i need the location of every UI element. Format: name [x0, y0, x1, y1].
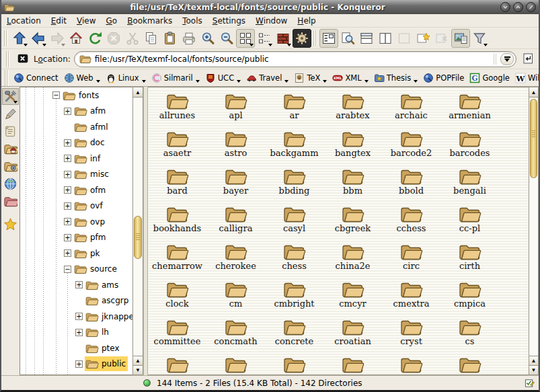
embedded-part-button[interactable] [293, 29, 311, 48]
menu-settings[interactable]: Settings [213, 16, 245, 26]
folder-china2e[interactable]: china2e [323, 242, 382, 280]
toolbar-drag-handle[interactable] [4, 30, 8, 46]
sidebar-root-folder-button[interactable] [2, 193, 19, 210]
tree-item-source[interactable]: −source [20, 262, 132, 278]
folder-cmextra[interactable]: cmextra [382, 280, 440, 317]
folder-ar[interactable]: ar [265, 91, 323, 129]
folder-concmath[interactable]: concmath [206, 317, 265, 355]
main-scroll-track[interactable] [529, 97, 538, 356]
folder-bayer[interactable]: bayer [206, 167, 265, 204]
split-view-left-right-button[interactable] [376, 29, 395, 48]
clear-location-button[interactable] [15, 52, 30, 67]
folder-bbding[interactable]: bbding [265, 167, 323, 204]
location-combobox[interactable] [74, 51, 516, 67]
menu-view[interactable]: View [77, 16, 95, 26]
tree-item-lh[interactable]: +lh [20, 325, 132, 341]
tree-expander-icon[interactable]: − [64, 266, 71, 273]
main-scroll-thumb[interactable] [530, 99, 537, 178]
bookmark-silmaril[interactable]: Silmaril [149, 72, 202, 84]
tree-scroll-down-button[interactable]: ▼ [133, 365, 143, 375]
folder-barcode2[interactable]: barcode2 [382, 129, 440, 167]
reload-button[interactable] [85, 29, 104, 48]
tree-expander-icon[interactable]: + [75, 360, 83, 368]
tree-expander-icon[interactable]: + [64, 234, 71, 241]
tree-item-pfm[interactable]: +pfm [20, 230, 132, 246]
folder-apl[interactable]: apl [206, 91, 265, 129]
folder-cmpica[interactable]: cmpica [440, 280, 499, 317]
tree-expander-icon[interactable]: + [75, 313, 83, 320]
sidebar-bookmarks-button[interactable] [2, 216, 19, 233]
main-scrollbar[interactable]: ▲ ▲ ▼ [529, 87, 539, 375]
tree-expander-icon[interactable]: + [64, 139, 71, 147]
tree-item-afml[interactable]: afml [20, 119, 132, 135]
tree-expander-icon[interactable]: + [64, 108, 71, 115]
panel-splitter[interactable] [143, 87, 148, 375]
menu-tools[interactable]: Tools [182, 16, 202, 26]
folder-chess[interactable]: chess [265, 242, 323, 280]
tree-item-inf[interactable]: +inf [20, 151, 132, 167]
folder-astro[interactable]: astro [206, 129, 265, 167]
sidebar-services-button[interactable] [2, 158, 19, 175]
go-button[interactable] [520, 51, 536, 67]
bookmark-web[interactable]: Web [61, 72, 103, 84]
tree-scroll-track[interactable] [133, 97, 143, 356]
folder-cm[interactable]: cm [206, 280, 265, 317]
tree-expander-icon[interactable]: + [64, 249, 71, 257]
bookmark-toolbar-drag-handle[interactable] [5, 70, 9, 86]
filter-button[interactable] [470, 29, 489, 48]
folder-bbold[interactable]: bbold [382, 167, 440, 204]
folder-partial[interactable] [148, 355, 206, 375]
back-button[interactable] [29, 29, 48, 48]
image-preview-button[interactable] [451, 29, 470, 48]
folder-cryst[interactable]: cryst [382, 317, 440, 355]
tree-item-pk[interactable]: +pk [20, 245, 132, 262]
multicolumn-view-button[interactable] [274, 29, 293, 48]
folder-cmbright[interactable]: cmbright [265, 280, 323, 317]
page-security-icon[interactable] [525, 378, 535, 388]
bookmark-ucc[interactable]: UCC [202, 72, 243, 84]
folder-cherokee[interactable]: cherokee [206, 242, 265, 280]
folder-partial[interactable] [265, 355, 323, 375]
location-input[interactable] [95, 54, 490, 64]
tree-scrollbar[interactable]: ▲ ▲ ▼ [132, 87, 143, 375]
folder-partial[interactable] [382, 355, 440, 375]
folder-cirth[interactable]: cirth [440, 242, 499, 280]
main-scroll-down-button[interactable]: ▼ [529, 365, 538, 375]
menu-go[interactable]: Go [106, 16, 118, 26]
up-button[interactable] [10, 29, 29, 48]
tree-expander-icon[interactable]: + [64, 202, 71, 210]
navigation-panel-button[interactable] [319, 29, 338, 48]
main-scroll-up-button-2[interactable]: ▲ [529, 356, 538, 365]
copy-button[interactable] [142, 29, 161, 48]
tree-item-ptex[interactable]: ptex [20, 340, 132, 356]
folder-partial[interactable] [323, 355, 382, 375]
sidebar-home-folder-button[interactable] [2, 141, 19, 157]
folder-allrunes[interactable]: allrunes [148, 91, 206, 129]
menu-location[interactable]: Location [7, 16, 41, 26]
folder-cchess[interactable]: cchess [382, 204, 440, 242]
location-toolbar-drag-handle[interactable] [6, 51, 10, 67]
print-button[interactable] [180, 29, 198, 48]
tree-expander-icon[interactable]: + [64, 155, 71, 162]
tree-scroll-up-button[interactable]: ▲ [133, 87, 143, 97]
folder-partial[interactable] [206, 355, 265, 375]
tree-view-button[interactable] [255, 29, 274, 48]
tree-expander-icon[interactable]: + [64, 186, 71, 194]
bookmark-wikipedia[interactable]: WWikipedia [512, 72, 539, 84]
folder-cmcyr[interactable]: cmcyr [323, 280, 382, 317]
folder-bangtex[interactable]: bangtex [323, 129, 382, 167]
zoom-out-button[interactable] [217, 29, 236, 48]
tree-item-ams[interactable]: +ams [20, 277, 132, 293]
folder-chemarrow[interactable]: chemarrow [148, 242, 206, 280]
tree-item-doc[interactable]: +doc [20, 135, 132, 151]
close-button[interactable] [526, 2, 536, 12]
location-dropdown-button[interactable] [500, 53, 514, 65]
folder-partial[interactable] [440, 355, 499, 375]
zoom-in-button[interactable] [198, 29, 217, 48]
bookmark-connect[interactable]: Connect [11, 72, 61, 84]
folder-calligra[interactable]: calligra [206, 204, 265, 242]
folder-archaic[interactable]: archaic [382, 91, 440, 129]
tree-item-public[interactable]: +public [20, 356, 132, 373]
tree-expander-icon[interactable]: + [75, 329, 83, 336]
folder-cs[interactable]: cs [440, 317, 499, 355]
